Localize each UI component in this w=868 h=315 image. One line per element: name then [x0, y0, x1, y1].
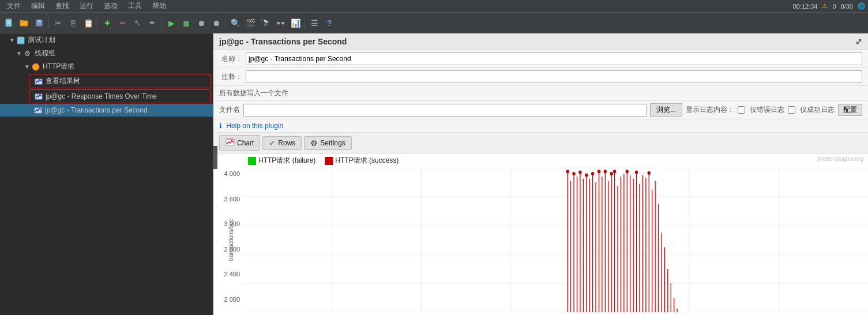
y-axis-label: transactions/sec — [228, 217, 234, 263]
y-label-3600: 3 600 — [224, 196, 240, 202]
svg-rect-8 — [17, 37, 24, 44]
tree-item-thread-group[interactable]: ▼ ⚙ 线程组 — [0, 47, 213, 60]
menu-tools[interactable]: 工具 — [123, 0, 146, 12]
paste-button[interactable]: 📋 — [81, 16, 95, 30]
left-panel: ▼ 测试计划 ▼ ⚙ 线程组 ▼ H HTTP请求 查看结果 — [0, 33, 213, 315]
help-button[interactable]: ? — [322, 16, 336, 30]
arrow-button[interactable]: ↖ — [130, 16, 144, 30]
sep-4 — [226, 17, 226, 29]
config-button[interactable]: 配置 — [838, 104, 862, 116]
warning-count: 0 — [832, 3, 836, 10]
tab-chart[interactable]: Chart — [219, 135, 260, 151]
name-row: 名称： — [213, 50, 868, 68]
stop-button[interactable]: ◼ — [179, 16, 193, 30]
tab-rows-label: Rows — [278, 139, 295, 147]
svg-point-65 — [626, 170, 629, 173]
tab-settings[interactable]: ⚙ Settings — [304, 136, 351, 150]
tree-item-response-times[interactable]: jp@gc - Response Times Over Time — [29, 90, 210, 103]
tree-arrow-http: ▼ — [24, 63, 30, 70]
add-button[interactable]: + — [100, 16, 114, 30]
circle-button[interactable]: ⏺ — [209, 16, 223, 30]
plugin-help-row: ℹ Help on this plugin — [213, 119, 868, 133]
y-label-4000: 4 000 — [224, 170, 240, 177]
expand-icon[interactable]: ⤢ — [855, 37, 862, 46]
new-button[interactable] — [2, 16, 16, 30]
open-button[interactable] — [17, 16, 31, 30]
browse-button[interactable]: 浏览... — [650, 103, 682, 117]
comment-input[interactable] — [246, 70, 862, 83]
y-axis: transactions/sec 4 000 3 600 3 200 2 800… — [213, 168, 242, 312]
name-input[interactable] — [246, 52, 862, 65]
save-button[interactable] — [32, 16, 46, 30]
copy-button[interactable]: ⎘ — [66, 16, 80, 30]
main-layout: ▼ 测试计划 ▼ ⚙ 线程组 ▼ H HTTP请求 查看结果 — [0, 33, 868, 315]
menu-find[interactable]: 查找 — [51, 0, 74, 12]
svg-point-66 — [635, 170, 638, 174]
cut-button[interactable]: ✂ — [51, 16, 65, 30]
pen-button[interactable]: ✒ — [145, 16, 159, 30]
svg-point-60 — [591, 172, 594, 175]
sep-1 — [48, 17, 49, 29]
toolbar: ✂ ⎘ 📋 + − ↖ ✒ ▶ ◼ ⏺ ⏺ 🔍 🎬 🔭 👓 📊 ☰ ? — [0, 13, 868, 33]
inspect-button[interactable]: 🔍 — [228, 16, 242, 30]
tree-item-transactions[interactable]: jp@gc - Transactions per Second — [0, 104, 213, 117]
pause-button[interactable]: ⏺ — [194, 16, 208, 30]
success-log-checkbox[interactable] — [788, 106, 795, 114]
tree-arrow-thread: ▼ — [16, 50, 22, 57]
success-only-label: 仅成功日志 — [800, 105, 835, 115]
rp-header: jp@gc - Transactions per Second ⤢ — [213, 33, 868, 50]
menu-run[interactable]: 运行 — [75, 0, 98, 12]
tab-rows[interactable]: ✔ Rows — [262, 136, 302, 150]
log-display-label: 显示日志内容： — [686, 105, 734, 115]
menu-options[interactable]: 选项 — [99, 0, 122, 12]
chart-legend: HTTP请求 (failure) HTTP请求 (success) — [213, 153, 868, 168]
transactions-label: jp@gc - Transactions per Second — [45, 106, 148, 114]
file-input[interactable] — [243, 104, 647, 117]
list-button[interactable]: ☰ — [307, 16, 321, 30]
svg-point-67 — [648, 171, 651, 175]
info-icon: ℹ — [219, 122, 222, 130]
response-times-label: jp@gc - Response Times Over Time — [46, 92, 157, 100]
test-plan-icon — [16, 36, 25, 45]
tree-item-view-results[interactable]: 查看结果树 — [29, 74, 210, 88]
record-button[interactable]: 🎬 — [243, 16, 257, 30]
svg-rect-15 — [226, 138, 234, 140]
all-data-row: 所有数据写入一个文件 — [213, 86, 868, 101]
chart-tab-icon — [226, 137, 235, 148]
sep-5 — [305, 17, 305, 29]
run-button[interactable]: ▶ — [164, 16, 178, 30]
svg-rect-6 — [37, 20, 41, 22]
tree-item-http-requests[interactable]: ▼ H HTTP请求 — [0, 60, 213, 73]
glasses-button[interactable]: 👓 — [273, 16, 287, 30]
y-label-2400: 2 400 — [224, 271, 240, 278]
tree-highlight-2: jp@gc - Response Times Over Time — [29, 89, 211, 103]
legend-item-failure: HTTP请求 (failure) — [248, 156, 315, 166]
svg-point-64 — [613, 170, 616, 173]
tab-chart-label: Chart — [237, 139, 254, 147]
menu-edit[interactable]: 编辑 — [27, 0, 50, 12]
monitor-button[interactable]: 📊 — [288, 16, 302, 30]
panel-collapse-handle[interactable]: ··· — [213, 146, 217, 169]
svg-point-76 — [578, 170, 581, 174]
error-log-checkbox[interactable] — [738, 106, 745, 114]
binoculars-button[interactable]: 🔭 — [258, 16, 272, 30]
http-icon: H — [31, 62, 40, 72]
plugin-help-link[interactable]: Help on this plugin — [226, 122, 283, 130]
remove-button[interactable]: − — [115, 16, 129, 30]
thread-group-icon: ⚙ — [23, 49, 32, 58]
rows-tab-icon: ✔ — [269, 138, 276, 148]
svg-rect-7 — [37, 24, 42, 26]
svg-point-61 — [598, 170, 600, 173]
comment-row: 注释： — [213, 68, 868, 86]
transactions-icon — [33, 106, 43, 115]
sep-2 — [97, 17, 98, 29]
svg-rect-16 — [242, 168, 868, 312]
legend-label-success: HTTP请求 (success) — [335, 156, 399, 166]
view-results-label: 查看结果树 — [46, 76, 80, 86]
menu-file[interactable]: 文件 — [2, 0, 25, 12]
http-requests-label: HTTP请求 — [43, 62, 74, 72]
tree-item-test-plan[interactable]: ▼ 测试计划 — [0, 33, 213, 47]
network-icon: 🌐 — [858, 2, 866, 10]
menu-help[interactable]: 帮助 — [148, 0, 171, 12]
all-data-text: 所有数据写入一个文件 — [219, 89, 288, 97]
